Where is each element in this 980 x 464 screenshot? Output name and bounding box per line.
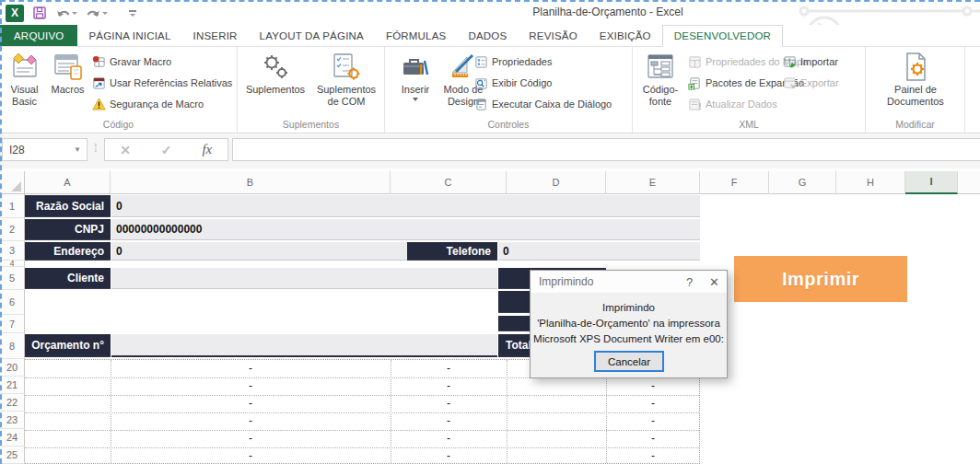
- group-label-modificar[interactable]: Modificar: [866, 119, 964, 130]
- painel-documentos-button[interactable]: Painel de Documentos: [881, 51, 951, 107]
- tab-inserir[interactable]: INSERIR: [182, 25, 249, 46]
- column-header-f[interactable]: F: [700, 171, 769, 194]
- usar-referencias-button[interactable]: Usar Referências Relativas: [92, 75, 232, 90]
- cell-label-cnpj[interactable]: CNPJ: [25, 219, 111, 240]
- customize-qat-button[interactable]: [129, 10, 136, 17]
- column-header-c[interactable]: C: [391, 171, 507, 194]
- name-box[interactable]: I28 ▼: [2, 138, 88, 161]
- tab-dados[interactable]: DADOS: [457, 25, 518, 46]
- column-header-d[interactable]: D: [507, 171, 606, 194]
- cell-dash-c25[interactable]: -: [391, 447, 507, 464]
- seguranca-macro-button[interactable]: Segurança de Macro: [92, 97, 204, 111]
- row-header-23[interactable]: 23: [0, 412, 25, 429]
- group-label-suplementos[interactable]: Suplementos: [238, 119, 384, 130]
- formula-input[interactable]: [232, 138, 980, 161]
- tab-layout-da-pagina[interactable]: LAYOUT DA PÁGINA: [249, 25, 375, 46]
- importar-button[interactable]: Importar: [783, 54, 838, 69]
- column-header-e[interactable]: E: [606, 171, 700, 194]
- cell-dash-e24[interactable]: -: [606, 430, 700, 447]
- dialog-cancel-button[interactable]: Cancelar: [594, 351, 664, 372]
- cell-dash-e21[interactable]: -: [606, 377, 700, 395]
- row-header-21[interactable]: 21: [0, 377, 25, 394]
- row-header-2[interactable]: 2: [0, 218, 25, 241]
- column-header-b[interactable]: B: [111, 171, 391, 194]
- group-label-controles[interactable]: Controles: [385, 119, 632, 130]
- undo-button[interactable]: [55, 7, 77, 19]
- name-box-dropdown-caret[interactable]: ▼: [68, 145, 87, 154]
- tab-formulas[interactable]: FÓRMULAS: [375, 25, 458, 46]
- imprimir-button[interactable]: Imprimir: [734, 256, 907, 302]
- cell-cliente-input-band[interactable]: [111, 268, 497, 289]
- cell-dash-b23[interactable]: -: [111, 412, 391, 430]
- dialog-close-icon[interactable]: ✕: [702, 275, 727, 289]
- suplementos-button[interactable]: Suplementos: [241, 51, 309, 96]
- tab-pagina-inicial[interactable]: PÁGINA INICIAL: [77, 25, 181, 46]
- row-header-6[interactable]: 6: [0, 290, 25, 315]
- cell-value-cnpj[interactable]: 00000000000000: [111, 219, 700, 240]
- row-header-7[interactable]: 7: [0, 315, 25, 333]
- cell-label-telefone[interactable]: Telefone: [407, 242, 497, 261]
- cell-dash-c23[interactable]: -: [391, 412, 507, 430]
- cell-dash-b21[interactable]: -: [111, 377, 391, 395]
- cell-dash-c20[interactable]: -: [391, 360, 507, 377]
- confirm-entry-icon[interactable]: ✓: [146, 143, 186, 157]
- cell-label-cliente[interactable]: Cliente: [25, 268, 111, 289]
- cell-dash-b24[interactable]: -: [111, 430, 391, 447]
- row-header-25[interactable]: 25: [0, 447, 25, 464]
- exibir-codigo-button[interactable]: Exibir Código: [474, 75, 552, 90]
- row-header-3[interactable]: 3: [0, 241, 25, 261]
- inserir-button[interactable]: Inserir: [396, 51, 435, 101]
- cell-orcamento-band[interactable]: [111, 334, 497, 357]
- cell-value-endereco[interactable]: 0: [111, 242, 407, 261]
- save-button[interactable]: [32, 6, 47, 20]
- tab-desenvolvedor[interactable]: DESENVOLVEDOR: [662, 25, 783, 47]
- column-header-i-selected[interactable]: I: [905, 171, 958, 194]
- cell-dash-e23[interactable]: -: [606, 412, 700, 430]
- excel-app-icon[interactable]: X: [6, 5, 24, 22]
- cell-dash-b22[interactable]: -: [111, 395, 391, 412]
- visual-basic-button[interactable]: Visual Basic: [4, 51, 45, 107]
- row-header-20[interactable]: 20: [0, 359, 25, 377]
- cell-dash-c24[interactable]: -: [391, 430, 507, 447]
- row-header-22[interactable]: 22: [0, 394, 25, 412]
- dialog-title-bar[interactable]: Imprimindo ? ✕: [531, 271, 727, 293]
- tab-revisao[interactable]: REVISÃO: [518, 25, 589, 46]
- suplementos-com-button[interactable]: Suplementos de COM: [311, 51, 381, 107]
- column-header-g[interactable]: G: [769, 171, 836, 194]
- painel-documentos-icon: [902, 51, 929, 84]
- column-header-a[interactable]: A: [25, 171, 111, 194]
- cell-dash-e25[interactable]: -: [606, 447, 700, 464]
- cell-dash-b25[interactable]: -: [111, 447, 391, 464]
- cell-dash-c21[interactable]: -: [391, 377, 507, 395]
- formula-bar-grip[interactable]: ⁞: [94, 141, 97, 155]
- cell-dash-b20[interactable]: -: [111, 360, 391, 377]
- cell-label-endereco[interactable]: Endereço: [25, 242, 111, 261]
- cell-value-telefone[interactable]: 0: [498, 242, 700, 261]
- executar-caixa-button[interactable]: Executar Caixa de Diálogo: [474, 97, 612, 111]
- cell-value-razao-social[interactable]: 0: [111, 195, 700, 217]
- macros-button[interactable]: Macros: [47, 51, 88, 96]
- row-header-4[interactable]: 4: [0, 261, 25, 267]
- gravar-macro-button[interactable]: Gravar Macro: [92, 54, 171, 69]
- tab-exibicao[interactable]: EXIBIÇÃO: [589, 25, 662, 46]
- column-header-h[interactable]: H: [836, 171, 905, 194]
- insert-function-icon[interactable]: fx: [187, 142, 228, 157]
- group-label-xml[interactable]: XML: [633, 119, 865, 130]
- importar-icon: [783, 55, 797, 69]
- group-label-codigo[interactable]: Código: [0, 119, 237, 130]
- cell-dash-c22[interactable]: -: [391, 395, 507, 412]
- cell-dash-e22[interactable]: -: [606, 395, 700, 412]
- propriedades-button[interactable]: Propriedades: [474, 54, 552, 69]
- tab-arquivo[interactable]: ARQUIVO: [0, 25, 77, 46]
- cell-label-razao-social[interactable]: Razão Social: [25, 195, 111, 217]
- cell-label-orcamento[interactable]: Orçamento n°: [25, 334, 111, 357]
- redo-button[interactable]: [86, 7, 108, 19]
- row-header-5[interactable]: 5: [0, 267, 25, 290]
- row-header-24[interactable]: 24: [0, 429, 25, 447]
- row-header-8[interactable]: 8: [0, 333, 25, 359]
- select-all-corner[interactable]: [0, 171, 25, 194]
- row-header-1[interactable]: 1: [0, 194, 25, 218]
- codigo-fonte-button[interactable]: Código-fonte: [637, 51, 683, 107]
- cancel-entry-icon[interactable]: ✕: [105, 143, 146, 157]
- dialog-help-button[interactable]: ?: [677, 275, 702, 289]
